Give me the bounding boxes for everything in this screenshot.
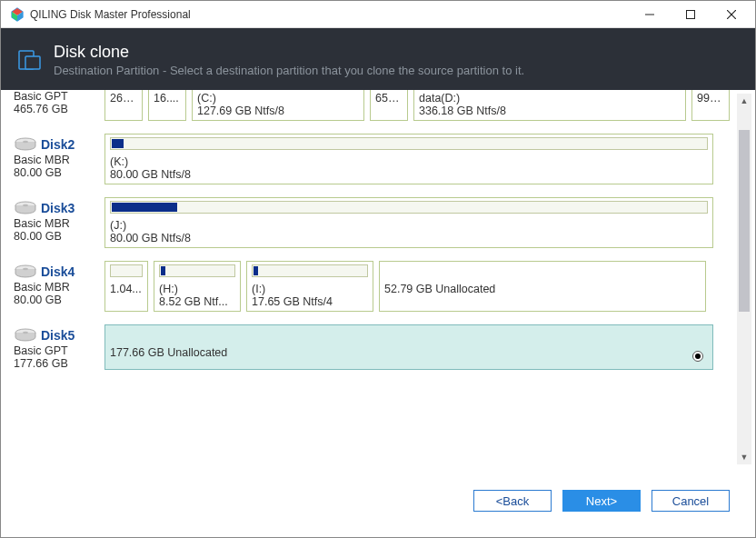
- disk-type: Basic MBR: [14, 281, 99, 294]
- disk-row: Basic GPT465.76 GB260...16....(C:)127.69…: [14, 90, 735, 121]
- page-subtitle: Destination Partition - Select a destina…: [54, 64, 524, 77]
- disk-label: Basic GPT465.76 GB: [14, 90, 99, 121]
- partition[interactable]: (H:)8.52 GB Ntf...: [154, 261, 241, 312]
- disk-type: Basic MBR: [14, 217, 99, 230]
- partition-info: 995...: [697, 92, 724, 105]
- partition-info: 16....: [154, 92, 181, 105]
- disk-size: 80.00 GB: [14, 230, 99, 243]
- wizard-footer: <Back Next> Cancel: [1, 468, 755, 537]
- disk-name: Disk4: [41, 264, 75, 279]
- minimize-button[interactable]: [629, 2, 670, 27]
- partition-info: 1.04...: [110, 283, 143, 295]
- svg-rect-5: [686, 10, 694, 18]
- partition-drive: data(D:): [419, 92, 681, 105]
- scroll-up-icon[interactable]: ▲: [737, 94, 751, 108]
- partition[interactable]: 52.79 GB Unallocated: [379, 261, 706, 312]
- partition-strip: 260...16....(C:)127.69 GB Ntfs/8653...da…: [104, 90, 735, 121]
- partition[interactable]: (K:)80.00 GB Ntfs/8: [104, 134, 713, 184]
- scroll-thumb[interactable]: [739, 130, 750, 312]
- cancel-button[interactable]: Cancel: [652, 490, 730, 512]
- partition-info: 336.18 GB Ntfs/8: [419, 105, 681, 117]
- partition-info: 177.66 GB Unallocated: [110, 346, 708, 359]
- disk-row: Disk3Basic MBR80.00 GB(J:)80.00 GB Ntfs/…: [14, 197, 735, 248]
- disk-type: Basic MBR: [14, 154, 99, 166]
- disk-list-panel: Basic GPT465.76 GB260...16....(C:)127.69…: [1, 90, 755, 468]
- partition-strip: 1.04...(H:)8.52 GB Ntf...(I:)17.65 GB Nt…: [104, 261, 735, 312]
- partition-drive: (C:): [197, 92, 359, 105]
- partition[interactable]: 1.04...: [104, 261, 148, 312]
- disk-type: Basic GPT: [14, 344, 99, 357]
- usage-bar: [110, 137, 708, 150]
- disk-label: Disk4Basic MBR80.00 GB: [14, 261, 99, 312]
- partition-strip: (J:)80.00 GB Ntfs/8: [104, 197, 735, 248]
- usage-bar: [252, 264, 368, 277]
- partition[interactable]: data(D:)336.18 GB Ntfs/8: [413, 90, 686, 121]
- partition[interactable]: 653...: [370, 90, 408, 121]
- svg-point-11: [23, 141, 28, 143]
- partition-strip: (K:)80.00 GB Ntfs/8: [104, 134, 735, 184]
- selection-radio-icon: [692, 351, 703, 362]
- disk-size: 177.66 GB: [14, 357, 99, 370]
- disk-label: Disk5Basic GPT177.66 GB: [14, 324, 99, 370]
- partition-info: 52.79 GB Unallocated: [384, 283, 701, 295]
- disk-row: Disk2Basic MBR80.00 GB(K:)80.00 GB Ntfs/…: [14, 134, 735, 184]
- partition-drive: (H:): [159, 283, 235, 295]
- svg-point-13: [23, 204, 28, 206]
- partition[interactable]: 16....: [148, 90, 186, 121]
- wizard-header: Disk clone Destination Partition - Selec…: [1, 28, 755, 90]
- partition-info: 8.52 GB Ntf...: [159, 295, 235, 308]
- disk-row: Disk4Basic MBR80.00 GB1.04...(H:)8.52 GB…: [14, 261, 735, 312]
- partition-info: 17.65 GB Ntfs/4: [252, 295, 368, 308]
- partition-info: 653...: [375, 92, 403, 105]
- disk-name: Disk5: [41, 328, 75, 343]
- disk-type: Basic GPT: [14, 90, 99, 103]
- partition[interactable]: 995...: [691, 90, 730, 121]
- partition-drive: (I:): [252, 283, 368, 295]
- disk-name: Disk2: [41, 137, 75, 152]
- svg-point-15: [23, 268, 28, 270]
- titlebar: QILING Disk Master Professional: [1, 1, 755, 28]
- usage-bar: [110, 264, 143, 277]
- svg-rect-9: [25, 56, 40, 69]
- disk-scroll-area[interactable]: Basic GPT465.76 GB260...16....(C:)127.69…: [14, 90, 735, 468]
- disk-row: Disk5Basic GPT177.66 GB177.66 GB Unalloc…: [14, 324, 735, 370]
- app-logo-icon: [10, 7, 25, 22]
- partition[interactable]: 260...: [104, 90, 143, 121]
- partition[interactable]: 177.66 GB Unallocated: [104, 324, 713, 370]
- disk-label: Disk3Basic MBR80.00 GB: [14, 197, 99, 248]
- svg-point-17: [23, 332, 28, 334]
- next-button[interactable]: Next>: [562, 490, 641, 512]
- disk-name: Disk3: [41, 201, 75, 215]
- maximize-button[interactable]: [670, 2, 711, 27]
- back-button[interactable]: <Back: [473, 490, 552, 512]
- partition-info: 127.69 GB Ntfs/8: [197, 105, 359, 117]
- partition-drive: (K:): [110, 155, 708, 168]
- partition-info: 80.00 GB Ntfs/8: [110, 232, 708, 244]
- window-title: QILING Disk Master Professional: [30, 8, 629, 21]
- partition[interactable]: (C:)127.69 GB Ntfs/8: [192, 90, 364, 121]
- disk-size: 80.00 GB: [14, 166, 99, 179]
- usage-bar: [159, 264, 235, 277]
- disk-size: 80.00 GB: [14, 294, 99, 306]
- disk-label: Disk2Basic MBR80.00 GB: [14, 134, 99, 184]
- partition[interactable]: (I:)17.65 GB Ntfs/4: [246, 261, 373, 312]
- disk-clone-icon: [17, 47, 43, 73]
- partition[interactable]: (J:)80.00 GB Ntfs/8: [104, 197, 713, 248]
- close-button[interactable]: [711, 2, 751, 27]
- disk-size: 465.76 GB: [14, 103, 99, 115]
- scroll-down-icon[interactable]: ▼: [737, 450, 751, 464]
- page-title: Disk clone: [54, 43, 524, 62]
- partition-info: 80.00 GB Ntfs/8: [110, 168, 708, 181]
- scrollbar[interactable]: ▲ ▼: [737, 94, 751, 464]
- partition-drive: (J:): [110, 219, 708, 232]
- partition-strip: 177.66 GB Unallocated: [104, 324, 735, 370]
- partition-info: 260...: [110, 92, 137, 105]
- usage-bar: [110, 201, 708, 214]
